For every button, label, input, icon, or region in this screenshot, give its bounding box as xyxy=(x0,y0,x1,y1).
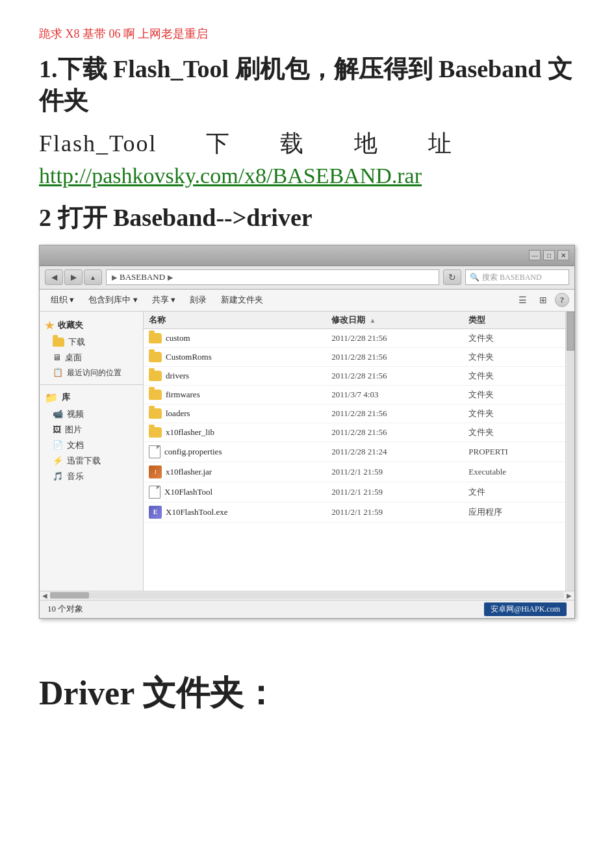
sidebar-item-label: 桌面 xyxy=(65,352,82,364)
scrollbar-track xyxy=(567,312,574,591)
file-name: x10flasher.jar xyxy=(166,467,331,477)
table-row[interactable]: CustomRoms 2011/2/28 21:56 文件夹 xyxy=(144,348,565,367)
folder-icon xyxy=(149,352,162,362)
file-count: 10 个对象 xyxy=(47,603,83,615)
file-date: 2011/2/1 21:59 xyxy=(331,467,468,477)
desktop-icon: 🖥 xyxy=(53,353,61,363)
favorites-label: 收藏夹 xyxy=(58,319,83,331)
sidebar-item-thunder[interactable]: ⚡ 迅雷下载 xyxy=(40,453,143,469)
table-row[interactable]: loaders 2011/2/28 21:56 文件夹 xyxy=(144,404,565,423)
watermark-badge: 安卓网@HiAPK.com xyxy=(484,602,567,616)
table-row[interactable]: x10flasher_lib 2011/2/28 21:56 文件夹 xyxy=(144,423,565,442)
close-button[interactable]: ✕ xyxy=(557,250,569,260)
file-name: firmwares xyxy=(166,390,331,400)
organize-button[interactable]: 组织 ▾ xyxy=(45,291,80,308)
col-date-header[interactable]: 修改日期 ▲ xyxy=(331,314,468,326)
file-type: 应用程序 xyxy=(468,506,560,518)
view-button[interactable]: ☰ xyxy=(513,291,531,308)
file-name: X10FlashTool.exe xyxy=(166,507,331,517)
heading2: 2 打开 Baseband-->driver xyxy=(39,201,575,234)
file-type: Executable xyxy=(468,467,560,477)
sidebar-item-docs[interactable]: 📄 文档 xyxy=(40,438,143,453)
star-icon: ★ xyxy=(45,319,54,332)
sidebar-item-label: 下载 xyxy=(68,336,85,348)
table-row[interactable]: custom 2011/2/28 21:56 文件夹 xyxy=(144,329,565,348)
toolbar: 组织 ▾ 包含到库中 ▾ 共享 ▾ 刻录 新建文件夹 ☰ ⊞ ? xyxy=(40,290,574,312)
thunder-icon: ⚡ xyxy=(53,456,63,466)
file-name: custom xyxy=(166,333,331,343)
path-arrow: ▶ xyxy=(112,273,117,282)
folder-icon xyxy=(53,338,64,347)
recent-icon: 📋 xyxy=(53,367,63,378)
forward-button[interactable]: ▶ xyxy=(64,269,83,285)
hscroll-right[interactable]: ▶ xyxy=(567,592,572,599)
content-area: ★ 收藏夹 下载 🖥 桌面 📋 最近访问的位置 xyxy=(40,312,574,591)
table-row[interactable]: drivers 2011/2/28 21:56 文件夹 xyxy=(144,367,565,386)
library-section: 📁 库 📹 视频 🖼 图片 📄 文档 ⚡ 迅雷下载 xyxy=(40,389,143,484)
search-box[interactable]: 🔍 搜索 BASEBAND xyxy=(465,269,569,285)
file-date: 2011/2/1 21:59 xyxy=(331,507,468,517)
file-name: CustomRoms xyxy=(166,352,331,362)
sidebar-item-label: 文档 xyxy=(67,440,84,451)
toolbar-right: ☰ ⊞ ? xyxy=(513,291,569,308)
title-bar-buttons: — □ ✕ xyxy=(529,250,569,260)
hscroll-thumb[interactable] xyxy=(50,592,89,599)
sidebar-item-video[interactable]: 📹 视频 xyxy=(40,406,143,422)
sidebar-item-recent[interactable]: 📋 最近访问的位置 xyxy=(40,366,143,380)
address-bar: ◀ ▶ ▲ ▶ BASEBAND ▶ ↻ 🔍 搜索 BASEBAND xyxy=(40,266,574,290)
table-row[interactable]: firmwares 2011/3/7 4:03 文件夹 xyxy=(144,386,565,404)
view-button2[interactable]: ⊞ xyxy=(534,291,552,308)
explorer-window: — □ ✕ ◀ ▶ ▲ ▶ BASEBAND ▶ ↻ 🔍 搜索 BASEBAND… xyxy=(39,245,575,619)
new-folder-button[interactable]: 新建文件夹 xyxy=(215,291,269,308)
file-type: 文件夹 xyxy=(468,332,560,344)
hscroll-track xyxy=(50,592,564,599)
file-type: 文件 xyxy=(468,486,560,498)
heading1: 1.下载 Flash_Tool 刷机包，解压得到 Baseband 文件夹 xyxy=(39,53,575,118)
search-placeholder: 搜索 BASEBAND xyxy=(482,272,542,283)
music-icon: 🎵 xyxy=(53,471,63,482)
sidebar-item-music[interactable]: 🎵 音乐 xyxy=(40,469,143,484)
sidebar-item-image[interactable]: 🖼 图片 xyxy=(40,422,143,438)
bottom-heading: Driver 文件夹： xyxy=(39,671,575,716)
table-row[interactable]: X10FlashTool 2011/2/1 21:59 文件 xyxy=(144,482,565,502)
back-button[interactable]: ◀ xyxy=(45,269,63,285)
file-type: 文件夹 xyxy=(468,370,560,382)
table-row[interactable]: E X10FlashTool.exe 2011/2/1 21:59 应用程序 xyxy=(144,502,565,523)
table-row[interactable]: config.properties 2011/2/28 21:24 PROPER… xyxy=(144,442,565,462)
folder-icon xyxy=(149,427,162,438)
file-type: 文件夹 xyxy=(468,408,560,419)
sidebar-item-label: 最近访问的位置 xyxy=(67,367,122,378)
minimize-button[interactable]: — xyxy=(529,250,541,260)
download-link[interactable]: http://pashkovsky.com/x8/BASEBAND.rar xyxy=(39,164,575,188)
help-button[interactable]: ? xyxy=(555,293,569,307)
file-rows-container: custom 2011/2/28 21:56 文件夹 CustomRoms 20… xyxy=(144,329,565,523)
hscroll-left[interactable]: ◀ xyxy=(42,592,47,599)
file-type: 文件夹 xyxy=(468,351,560,363)
file-name: loaders xyxy=(166,408,331,419)
col-name-header[interactable]: 名称 xyxy=(149,314,331,326)
sidebar-item-downloads[interactable]: 下载 xyxy=(40,334,143,350)
share-button[interactable]: 共享 ▾ xyxy=(146,291,181,308)
doc-icon: 📄 xyxy=(53,440,63,451)
file-date: 2011/2/1 21:59 xyxy=(331,487,468,497)
folder-icon xyxy=(149,408,162,419)
favorites-header: ★ 收藏夹 xyxy=(40,317,143,334)
maximize-button[interactable]: □ xyxy=(543,250,555,260)
scrollbar-thumb[interactable] xyxy=(567,312,574,351)
address-path[interactable]: ▶ BASEBAND ▶ xyxy=(106,269,439,285)
file-date: 2011/2/28 21:56 xyxy=(331,352,468,362)
col-type-header[interactable]: 类型 xyxy=(468,314,560,326)
hscroll-area: ◀ ▶ xyxy=(40,591,574,600)
folder-icon xyxy=(149,371,162,381)
scrollbar[interactable] xyxy=(565,312,574,591)
file-date: 2011/2/28 21:56 xyxy=(331,408,468,419)
file-icon xyxy=(149,486,160,499)
library-header: 📁 库 xyxy=(40,389,143,406)
burn-button[interactable]: 刻录 xyxy=(184,291,212,308)
sidebar-item-desktop[interactable]: 🖥 桌面 xyxy=(40,350,143,366)
table-row[interactable]: J x10flasher.jar 2011/2/1 21:59 Executab… xyxy=(144,462,565,482)
include-library-button[interactable]: 包含到库中 ▾ xyxy=(83,291,143,308)
sidebar-item-label: 视频 xyxy=(67,408,84,420)
up-button[interactable]: ▲ xyxy=(84,269,102,285)
refresh-button[interactable]: ↻ xyxy=(443,269,461,285)
